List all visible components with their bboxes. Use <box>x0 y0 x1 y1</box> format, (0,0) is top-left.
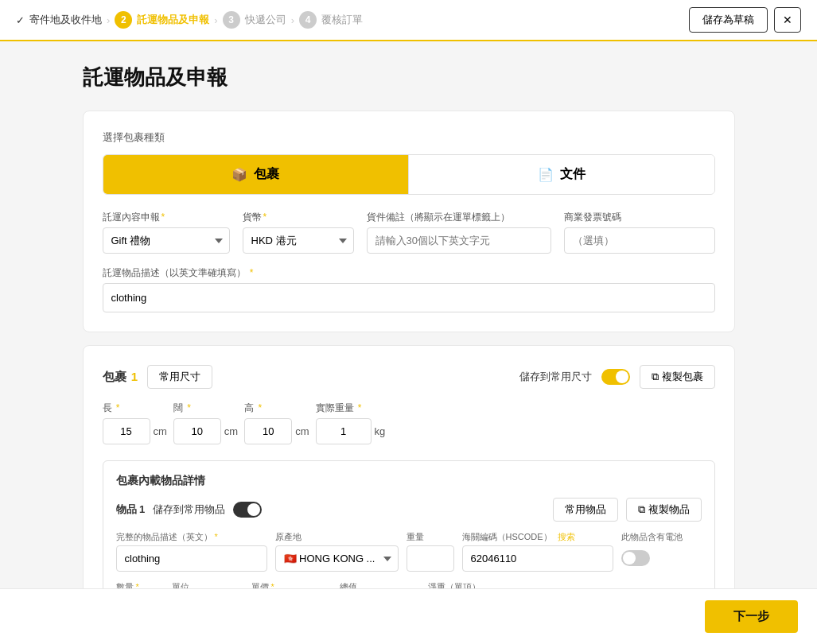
step4-circle: 4 <box>299 11 317 29</box>
weight-input[interactable] <box>316 418 372 444</box>
height-input-group: cm <box>244 418 309 444</box>
check-icon: ✓ <box>16 14 25 26</box>
save-item-label: 儲存到常用物品 <box>153 502 225 517</box>
battery-toggle[interactable] <box>621 550 650 566</box>
item-weight-label: 重量 <box>407 531 454 543</box>
dup-item-icon: ⧉ <box>638 503 645 516</box>
height-unit: cm <box>295 425 309 437</box>
duplicate-icon: ⧉ <box>652 370 659 383</box>
height-group: 高 * cm <box>244 402 309 444</box>
doc-icon: 📄 <box>538 167 554 182</box>
step3-label: 快遞公司 <box>245 13 286 27</box>
pkg-type-card: 選擇包裹種類 📦 包裹 📄 文件 託運內容申報* Gift 禮物 商業貨物 個人… <box>83 111 735 332</box>
package-title: 包裹 1 <box>103 370 138 385</box>
desc-group: 託運物品描述（以英文準確填寫） * <box>103 266 715 312</box>
cargo-note-group: 貨件備註（將顯示在運單標籤上） <box>367 211 551 254</box>
arrow-1: › <box>107 14 110 26</box>
package-header: 包裹 1 常用尺寸 儲存到常用尺寸 ⧉ 複製包裹 <box>103 365 715 389</box>
length-group: 長 * cm <box>103 402 167 444</box>
bottom-bar: 下一步 <box>0 588 817 644</box>
invoice-label: 商業發票號碼 <box>564 211 715 224</box>
consignment-group: 託運內容申報* Gift 禮物 商業貨物 個人物品 樣品 <box>103 211 230 254</box>
weight-group: 實際重量 * kg <box>316 402 386 444</box>
cargo-note-input[interactable] <box>367 227 551 254</box>
consignment-label: 託運內容申報* <box>103 211 230 224</box>
duplicate-item-button[interactable]: ⧉ 複製物品 <box>626 498 702 522</box>
save-size-toggle[interactable] <box>601 369 630 385</box>
package-number: 1 <box>131 370 138 383</box>
next-step-button[interactable]: 下一步 <box>705 600 798 633</box>
nav-step-4[interactable]: 4 覆核訂單 <box>299 11 363 29</box>
top-nav: ✓ 寄件地及收件地 › 2 託運物品及申報 › 3 快遞公司 › 4 覆核訂單 … <box>0 0 817 41</box>
item-desc-group: 完整的物品描述（英文） * <box>116 531 267 572</box>
page-content: 託運物品及申報 選擇包裹種類 📦 包裹 📄 文件 託運內容申報* Gift 禮物… <box>67 41 751 644</box>
desc-input[interactable] <box>103 283 715 312</box>
step2-circle: 2 <box>115 11 132 29</box>
pkg-type-label: 選擇包裹種類 <box>103 130 715 145</box>
invoice-group: 商業發票號碼 <box>564 211 715 254</box>
step4-label: 覆核訂單 <box>321 13 363 27</box>
dimensions-row: 長 * cm 闊 * cm 高 * <box>103 402 715 444</box>
step2-label: 託運物品及申報 <box>137 13 209 27</box>
item-origin-label: 原產地 <box>275 531 399 543</box>
nav-buttons: 儲存為草稿 ✕ <box>689 7 801 33</box>
battery-toggle-row <box>621 545 683 568</box>
common-size-button[interactable]: 常用尺寸 <box>147 365 212 389</box>
item-desc-input[interactable] <box>116 545 267 572</box>
pkg-type-selector: 📦 包裹 📄 文件 <box>103 154 715 195</box>
nav-steps: ✓ 寄件地及收件地 › 2 託運物品及申報 › 3 快遞公司 › 4 覆核訂單 <box>16 11 689 29</box>
parcel-icon: 📦 <box>231 167 247 182</box>
width-label: 闊 * <box>173 402 238 415</box>
close-button[interactable]: ✕ <box>774 7 801 33</box>
item-desc-label: 完整的物品描述（英文） * <box>116 531 267 543</box>
length-unit: cm <box>154 425 167 437</box>
item-weight-input[interactable] <box>407 545 454 572</box>
form-row-1: 託運內容申報* Gift 禮物 商業貨物 個人物品 樣品 貨幣* HKD 港元 … <box>103 211 715 254</box>
height-input[interactable] <box>244 418 292 444</box>
length-input-group: cm <box>103 418 167 444</box>
document-type-button[interactable]: 📄 文件 <box>409 155 714 194</box>
duplicate-package-button[interactable]: ⧉ 複製包裹 <box>640 365 715 389</box>
weight-unit: kg <box>375 425 386 437</box>
hs-search-link[interactable]: 搜索 <box>558 532 575 541</box>
item-label: 物品 1 <box>116 502 146 517</box>
currency-group: 貨幣* HKD 港元 USD 美元 RMB 人民幣 <box>243 211 354 254</box>
save-draft-button[interactable]: 儲存為草稿 <box>689 7 768 33</box>
length-label: 長 * <box>103 402 167 415</box>
step3-circle: 3 <box>223 11 240 29</box>
package-actions: 儲存到常用尺寸 ⧉ 複製包裹 <box>519 365 715 389</box>
hs-code-label: 海關編碼（HSCODE） 搜索 <box>462 531 613 543</box>
item-header-row: 物品 1 儲存到常用物品 常用物品 ⧉ 複製物品 <box>116 498 702 522</box>
width-unit: cm <box>224 425 238 437</box>
hs-code-input[interactable] <box>462 545 613 572</box>
invoice-input[interactable] <box>564 227 715 254</box>
nav-step-2[interactable]: 2 託運物品及申報 <box>115 11 209 29</box>
width-input-group: cm <box>173 418 238 444</box>
width-group: 闊 * cm <box>173 402 238 444</box>
items-title: 包裹內載物品詳情 <box>116 474 702 488</box>
parcel-type-button[interactable]: 📦 包裹 <box>103 155 409 194</box>
doc-label: 文件 <box>560 166 586 183</box>
save-size-label: 儲存到常用尺寸 <box>519 370 592 384</box>
currency-label: 貨幣* <box>243 211 354 224</box>
step1-label: 寄件地及收件地 <box>29 13 102 27</box>
battery-label: 此物品含有電池 <box>621 531 683 543</box>
weight-input-group: kg <box>316 418 386 444</box>
save-item-toggle[interactable] <box>233 502 262 518</box>
consignment-select[interactable]: Gift 禮物 商業貨物 個人物品 樣品 <box>103 227 230 254</box>
item-weight-group: 重量 <box>407 531 454 572</box>
nav-step-3[interactable]: 3 快遞公司 <box>223 11 286 29</box>
common-item-button[interactable]: 常用物品 <box>553 498 618 522</box>
item-origin-select[interactable]: 🇭🇰 HONG KONG ... 🇨🇳 CHINA 🇯🇵 JAPAN <box>275 545 399 572</box>
item-origin-group: 原產地 🇭🇰 HONG KONG ... 🇨🇳 CHINA 🇯🇵 JAPAN <box>275 531 399 572</box>
battery-group: 此物品含有電池 <box>621 531 683 568</box>
dup-item-label: 複製物品 <box>648 502 690 517</box>
item-fields-row-1: 完整的物品描述（英文） * 原產地 🇭🇰 HONG KONG ... 🇨🇳 CH… <box>116 531 702 572</box>
arrow-3: › <box>291 14 294 26</box>
page-title: 託運物品及申報 <box>83 64 735 91</box>
width-input[interactable] <box>173 418 221 444</box>
length-input[interactable] <box>103 418 150 444</box>
currency-select[interactable]: HKD 港元 USD 美元 RMB 人民幣 <box>243 227 354 254</box>
hs-code-group: 海關編碼（HSCODE） 搜索 <box>462 531 613 572</box>
nav-step-1[interactable]: ✓ 寄件地及收件地 <box>16 13 102 27</box>
